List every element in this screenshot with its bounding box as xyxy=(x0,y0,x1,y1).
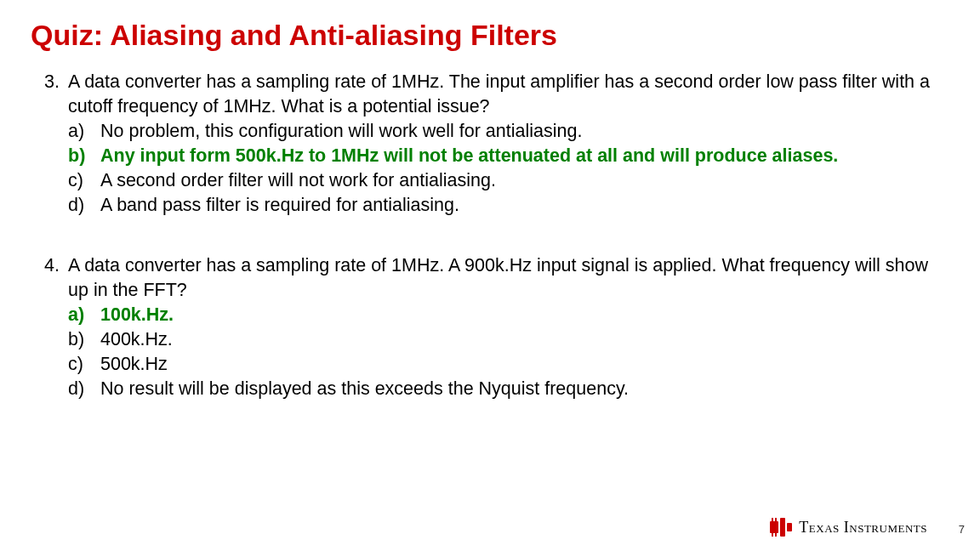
option-text: No problem, this configuration will work… xyxy=(100,119,946,144)
question-row: 4. A data converter has a sampling rate … xyxy=(31,253,946,303)
ti-logo: Texas Instruments xyxy=(770,515,927,539)
option-b: b) Any input form 500k.Hz to 1MHz will n… xyxy=(68,144,946,168)
option-letter: b) xyxy=(68,327,100,352)
slide-footer: Texas Instruments 7 xyxy=(0,505,980,539)
option-letter: b) xyxy=(68,144,100,168)
option-text: Any input form 500k.Hz to 1MHz will not … xyxy=(100,144,946,168)
option-d: d) No result will be displayed as this e… xyxy=(68,377,946,401)
svg-rect-4 xyxy=(775,518,777,521)
ti-chip-icon xyxy=(770,518,792,537)
question-prompt: A data converter has a sampling rate of … xyxy=(68,253,946,303)
option-text: 500k.Hz xyxy=(100,352,946,377)
option-letter: d) xyxy=(68,193,100,218)
option-a: a) No problem, this configuration will w… xyxy=(68,119,946,144)
slide: Quiz: Aliasing and Anti-aliasing Filters… xyxy=(0,0,980,551)
svg-rect-5 xyxy=(772,533,773,537)
option-c: c) A second order filter will not work f… xyxy=(68,168,946,193)
svg-rect-3 xyxy=(772,518,773,521)
question-prompt: A data converter has a sampling rate of … xyxy=(68,70,946,119)
page-number: 7 xyxy=(959,523,965,536)
slide-body: 3. A data converter has a sampling rate … xyxy=(31,70,946,437)
option-letter: a) xyxy=(68,303,100,327)
svg-rect-6 xyxy=(775,533,777,537)
brand-t: T xyxy=(799,519,809,536)
option-text: 400k.Hz. xyxy=(100,327,946,352)
option-letter: c) xyxy=(68,352,100,377)
brand-texas: exas xyxy=(809,519,844,536)
option-b: b) 400k.Hz. xyxy=(68,327,946,352)
question-number: 3. xyxy=(31,70,68,119)
option-a: a) 100k.Hz. xyxy=(68,303,946,327)
option-letter: a) xyxy=(68,119,100,144)
option-letter: c) xyxy=(68,168,100,193)
question-4: 4. A data converter has a sampling rate … xyxy=(31,253,946,401)
options-list: a) 100k.Hz. b) 400k.Hz. c) 500k.Hz d) No… xyxy=(68,303,946,401)
option-text: A band pass filter is required for antia… xyxy=(100,193,946,218)
brand-instruments: nstruments xyxy=(849,519,927,536)
question-3: 3. A data converter has a sampling rate … xyxy=(31,70,946,218)
svg-rect-1 xyxy=(780,518,785,537)
question-number: 4. xyxy=(31,253,68,303)
option-text: A second order filter will not work for … xyxy=(100,168,946,193)
question-row: 3. A data converter has a sampling rate … xyxy=(31,70,946,119)
option-d: d) A band pass filter is required for an… xyxy=(68,193,946,218)
option-letter: d) xyxy=(68,377,100,401)
slide-title: Quiz: Aliasing and Anti-aliasing Filters xyxy=(31,19,557,52)
options-list: a) No problem, this configuration will w… xyxy=(68,119,946,218)
svg-rect-2 xyxy=(787,523,792,531)
option-c: c) 500k.Hz xyxy=(68,352,946,377)
svg-rect-0 xyxy=(770,521,778,533)
ti-logo-text: Texas Instruments xyxy=(799,519,927,537)
option-text: 100k.Hz. xyxy=(100,303,946,327)
option-text: No result will be displayed as this exce… xyxy=(100,377,946,401)
